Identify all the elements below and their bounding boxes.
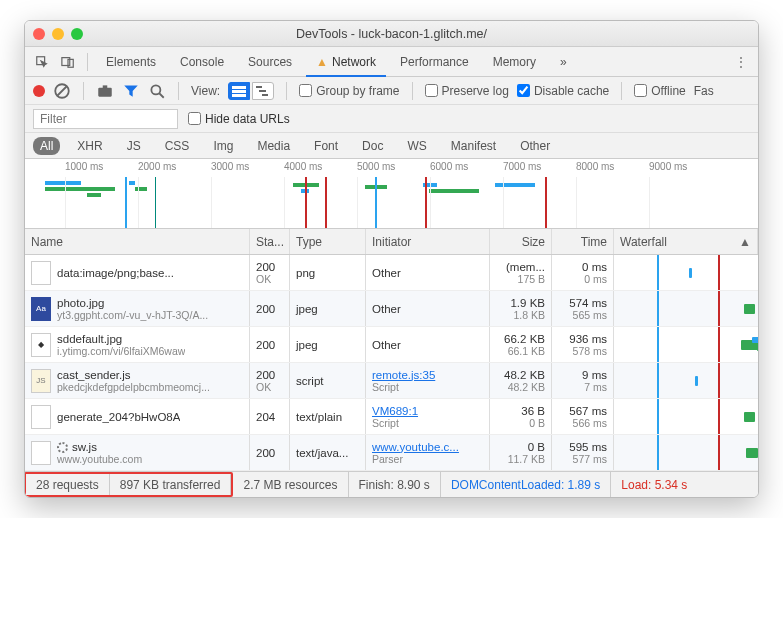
filter-js[interactable]: JS	[120, 137, 148, 155]
svg-rect-6	[103, 85, 108, 88]
table-row[interactable]: JS cast_sender.jspkedcjkdefgpdelpbcmbmeo…	[25, 363, 758, 399]
gear-icon	[57, 442, 68, 453]
filter-media[interactable]: Media	[250, 137, 297, 155]
sort-asc-icon: ▲	[739, 235, 751, 249]
filter-manifest[interactable]: Manifest	[444, 137, 503, 155]
tab-performance[interactable]: Performance	[390, 47, 479, 77]
tab-network[interactable]: ▲Network	[306, 47, 386, 77]
filter-doc[interactable]: Doc	[355, 137, 390, 155]
network-toolbar: View: Group by frame Preserve log Disabl…	[25, 77, 758, 105]
separator	[83, 82, 84, 100]
col-status[interactable]: Sta...	[250, 229, 290, 254]
filter-toggle-icon[interactable]	[122, 82, 140, 100]
col-size[interactable]: Size	[490, 229, 552, 254]
view-toggle	[228, 82, 274, 100]
status-bar: 28 requests 897 KB transferred 2.7 MB re…	[25, 471, 758, 497]
type-filters: AllXHRJSCSSImgMediaFontDocWSManifestOthe…	[25, 133, 758, 159]
svg-line-8	[159, 93, 164, 98]
file-icon: ◆	[31, 333, 51, 357]
filter-img[interactable]: Img	[206, 137, 240, 155]
filter-font[interactable]: Font	[307, 137, 345, 155]
warning-icon: ▲	[316, 55, 328, 69]
col-time[interactable]: Time	[552, 229, 614, 254]
svg-line-4	[58, 86, 67, 95]
svg-rect-9	[232, 86, 246, 89]
col-name[interactable]: Name	[25, 229, 250, 254]
tab-console[interactable]: Console	[170, 47, 234, 77]
clear-button[interactable]	[53, 82, 71, 100]
file-icon	[31, 261, 51, 285]
filter-ws[interactable]: WS	[400, 137, 433, 155]
table-row[interactable]: Aa photo.jpgyt3.ggpht.com/-vu_v-hJT-3Q/A…	[25, 291, 758, 327]
status-load: Load: 5.34 s	[611, 472, 697, 497]
requests-table-body: data:image/png;base... 200OK png Other (…	[25, 255, 758, 471]
disable-cache-checkbox[interactable]: Disable cache	[517, 84, 609, 98]
col-waterfall[interactable]: Waterfall▲	[614, 229, 758, 254]
tab-elements[interactable]: Elements	[96, 47, 166, 77]
table-row[interactable]: ◆ sddefault.jpgi.ytimg.com/vi/6lfaiXM6wa…	[25, 327, 758, 363]
separator	[412, 82, 413, 100]
large-rows-view[interactable]	[228, 82, 250, 100]
devtools-window: DevTools - luck-bacon-1.glitch.me/ Eleme…	[24, 20, 759, 498]
filter-input[interactable]	[33, 109, 178, 129]
inspect-icon[interactable]	[31, 51, 53, 73]
table-row[interactable]: generate_204?bHwO8A 204 text/plain VM689…	[25, 399, 758, 435]
device-mode-icon[interactable]	[57, 51, 79, 73]
kebab-menu-icon[interactable]: ⋮	[730, 51, 752, 73]
svg-rect-12	[256, 86, 262, 88]
hide-data-urls-checkbox[interactable]: Hide data URLs	[188, 112, 290, 126]
status-resources: 2.7 MB resources	[233, 472, 348, 497]
filter-bar: Hide data URLs	[25, 105, 758, 133]
col-initiator[interactable]: Initiator	[366, 229, 490, 254]
record-button[interactable]	[33, 85, 45, 97]
filter-all[interactable]: All	[33, 137, 60, 155]
separator	[87, 53, 88, 71]
filter-css[interactable]: CSS	[158, 137, 197, 155]
titlebar: DevTools - luck-bacon-1.glitch.me/	[25, 21, 758, 47]
tab-memory[interactable]: Memory	[483, 47, 546, 77]
offline-checkbox[interactable]: Offline	[634, 84, 685, 98]
svg-rect-10	[232, 90, 246, 93]
table-row[interactable]: data:image/png;base... 200OK png Other (…	[25, 255, 758, 291]
filter-xhr[interactable]: XHR	[70, 137, 109, 155]
tab-sources[interactable]: Sources	[238, 47, 302, 77]
file-icon: JS	[31, 369, 51, 393]
svg-rect-11	[232, 94, 246, 97]
separator	[286, 82, 287, 100]
preserve-log-checkbox[interactable]: Preserve log	[425, 84, 509, 98]
svg-point-7	[151, 85, 160, 94]
col-type[interactable]: Type	[290, 229, 366, 254]
table-row[interactable]: sw.jswww.youtube.com 200 text/java... ww…	[25, 435, 758, 471]
timeline-overview[interactable]: 1000 ms2000 ms3000 ms4000 ms5000 ms6000 …	[25, 159, 758, 229]
status-transferred: 897 KB transferred	[110, 474, 232, 495]
status-finish: Finish: 8.90 s	[349, 472, 441, 497]
search-icon[interactable]	[148, 82, 166, 100]
svg-rect-5	[98, 87, 112, 96]
file-icon: Aa	[31, 297, 51, 321]
group-by-frame-checkbox[interactable]: Group by frame	[299, 84, 399, 98]
devtools-tabs: Elements Console Sources ▲Network Perfor…	[25, 47, 758, 77]
more-tabs[interactable]: »	[550, 47, 577, 77]
window-title: DevTools - luck-bacon-1.glitch.me/	[25, 27, 758, 41]
capture-screenshots-icon[interactable]	[96, 82, 114, 100]
separator	[621, 82, 622, 100]
status-dcl: DOMContentLoaded: 1.89 s	[441, 472, 611, 497]
requests-table-header: Name Sta... Type Initiator Size Time Wat…	[25, 229, 758, 255]
separator	[178, 82, 179, 100]
svg-rect-13	[259, 90, 266, 92]
waterfall-view[interactable]	[252, 82, 274, 100]
view-label: View:	[191, 84, 220, 98]
throttling-label[interactable]: Fas	[694, 84, 714, 98]
status-requests: 28 requests	[26, 474, 110, 495]
file-icon	[31, 405, 51, 429]
file-icon	[31, 441, 51, 465]
svg-rect-14	[262, 94, 268, 96]
filter-other[interactable]: Other	[513, 137, 557, 155]
